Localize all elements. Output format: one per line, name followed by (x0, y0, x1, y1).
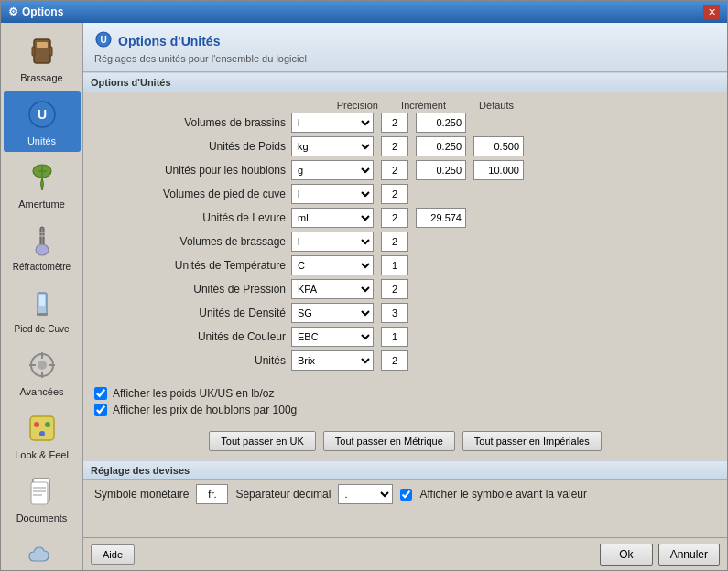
annuler-button[interactable]: Annuler (658, 544, 720, 566)
sidebar-item-documents[interactable]: Documents (4, 468, 81, 529)
col-precision: Précision (291, 100, 378, 111)
svg-rect-21 (49, 364, 55, 366)
row-select-0[interactable]: l (291, 113, 374, 133)
svg-rect-20 (29, 364, 36, 366)
row-select-8[interactable]: SG (291, 303, 374, 323)
title-bar: ⚙ Options ✕ (1, 1, 727, 23)
svg-text:U: U (37, 107, 46, 122)
btn-uk[interactable]: Tout passer en UK (209, 431, 316, 451)
col-increment: Incrément (382, 100, 446, 111)
devises-section: Symbole monétaire Séparateur décimal . ,… (83, 480, 727, 508)
sidebar-label-avancees: Avancées (19, 386, 63, 397)
row-select-10[interactable]: Brix (291, 350, 374, 371)
refractometre-icon (24, 222, 60, 259)
svg-rect-14 (39, 295, 45, 306)
look-feel-icon (24, 410, 60, 447)
row-defauts-1[interactable] (473, 136, 524, 156)
title-bar-left: ⚙ Options (8, 5, 63, 18)
row-select-7[interactable]: KPA (291, 279, 374, 299)
svg-rect-22 (30, 416, 54, 440)
sidebar-item-refractometre[interactable]: Réfractomètre (4, 217, 81, 277)
separator-select[interactable]: . , (338, 484, 393, 504)
row-increment-0[interactable] (416, 113, 466, 133)
sidebar-item-cloud[interactable]: Cloud (4, 531, 81, 570)
row-precision-5[interactable] (381, 232, 408, 252)
sidebar-label-refractometre: Réfractomètre (13, 262, 71, 272)
action-buttons: Tout passer en UK Tout passer en Métriqu… (83, 426, 727, 457)
main-header: U Options d'Unités Réglages des unités p… (83, 23, 727, 72)
row-select-4[interactable]: ml (291, 208, 374, 228)
table-row: Volumes de brassins l (94, 113, 716, 133)
row-increment-2[interactable] (416, 160, 466, 180)
row-label-4: Unités de Levure (94, 211, 291, 224)
sidebar-item-look-feel[interactable]: Look & Feel (4, 404, 81, 466)
row-defauts-2[interactable] (473, 160, 524, 180)
svg-point-25 (39, 431, 45, 436)
row-select-2[interactable]: g (291, 160, 374, 180)
row-label-10: Unités (94, 354, 291, 367)
sidebar-item-pied-de-cuve[interactable]: Pied de Cuve (4, 279, 81, 339)
symbol-before-checkbox[interactable] (400, 489, 412, 501)
sidebar-label-pied-de-cuve: Pied de Cuve (14, 324, 69, 334)
row-label-8: Unités de Densité (94, 307, 291, 319)
row-precision-4[interactable] (381, 208, 408, 228)
sidebar-item-unites[interactable]: U Unités (4, 91, 81, 152)
avancees-icon (24, 347, 60, 383)
sidebar-item-brassage[interactable]: Brassage (4, 27, 81, 89)
checkbox-label-1: Afficher les prix de houblons par 100g (113, 404, 297, 416)
row-precision-7[interactable] (381, 279, 408, 299)
header-subtitle: Réglages des unités pour l'ensemble du l… (94, 53, 716, 64)
table-row: Volumes de pied de cuve l (94, 184, 716, 204)
close-button[interactable]: ✕ (703, 5, 720, 19)
footer-left: Aide (91, 544, 135, 565)
svg-rect-30 (31, 482, 48, 504)
row-select-3[interactable]: l (291, 184, 374, 204)
row-select-6[interactable]: C (291, 255, 374, 275)
sidebar-label-amertume: Amertume (18, 199, 65, 210)
sidebar-item-avancees[interactable]: Avancées (4, 341, 81, 403)
row-select-1[interactable]: kg (291, 136, 374, 156)
row-select-5[interactable]: l (291, 232, 374, 252)
btn-imperial[interactable]: Tout passer en Impériales (462, 431, 602, 451)
row-precision-3[interactable] (381, 184, 408, 204)
form-area: Précision Incrément Défauts Volumes de b… (83, 92, 727, 382)
row-label-1: Unités de Poids (94, 140, 291, 153)
svg-rect-15 (37, 313, 48, 316)
table-row: Unités de Température C (94, 255, 716, 275)
table-row: Unités de Densité SG (94, 303, 716, 323)
row-precision-0[interactable] (381, 113, 408, 133)
table-row: Unités de Levure ml (94, 208, 716, 228)
row-select-9[interactable]: EBC (291, 327, 374, 347)
row-increment-1[interactable] (416, 136, 466, 156)
sidebar: Brassage U Unités (1, 23, 83, 570)
checkbox-0[interactable] (94, 387, 107, 400)
row-precision-2[interactable] (381, 160, 408, 180)
row-label-3: Volumes de pied de cuve (94, 188, 291, 200)
svg-point-10 (36, 244, 49, 255)
row-precision-8[interactable] (381, 303, 408, 323)
checkbox-1[interactable] (94, 404, 107, 416)
ok-button[interactable]: Ok (600, 544, 652, 566)
row-label-2: Unités pour les houblons (94, 164, 291, 177)
table-row: Unités de Poids kg (94, 136, 716, 156)
btn-metric[interactable]: Tout passer en Métrique (323, 431, 455, 451)
monetary-input[interactable] (196, 484, 228, 504)
aide-button[interactable]: Aide (91, 544, 135, 565)
table-row: Unités de Pression KPA (94, 279, 716, 299)
svg-rect-33 (33, 494, 42, 496)
sidebar-item-amertume[interactable]: Amertume (4, 154, 81, 215)
row-precision-9[interactable] (381, 327, 408, 347)
row-precision-10[interactable] (381, 350, 408, 371)
devises-row: Symbole monétaire Séparateur décimal . ,… (94, 484, 716, 504)
svg-rect-3 (49, 47, 52, 56)
separator-label: Séparateur décimal (235, 488, 331, 501)
title-bar-icon: ⚙ (8, 5, 18, 18)
main-content: U Options d'Unités Réglages des unités p… (83, 23, 727, 570)
row-increment-4[interactable] (416, 208, 466, 228)
header-icon: U (94, 30, 113, 51)
table-row: Volumes de brassage l (94, 232, 716, 252)
row-precision-1[interactable] (381, 136, 408, 156)
checkbox-label-0: Afficher les poids UK/US en lb/oz (113, 387, 275, 400)
row-precision-6[interactable] (381, 255, 408, 275)
checkbox-area: Afficher les poids UK/US en lb/oz Affich… (83, 382, 727, 426)
